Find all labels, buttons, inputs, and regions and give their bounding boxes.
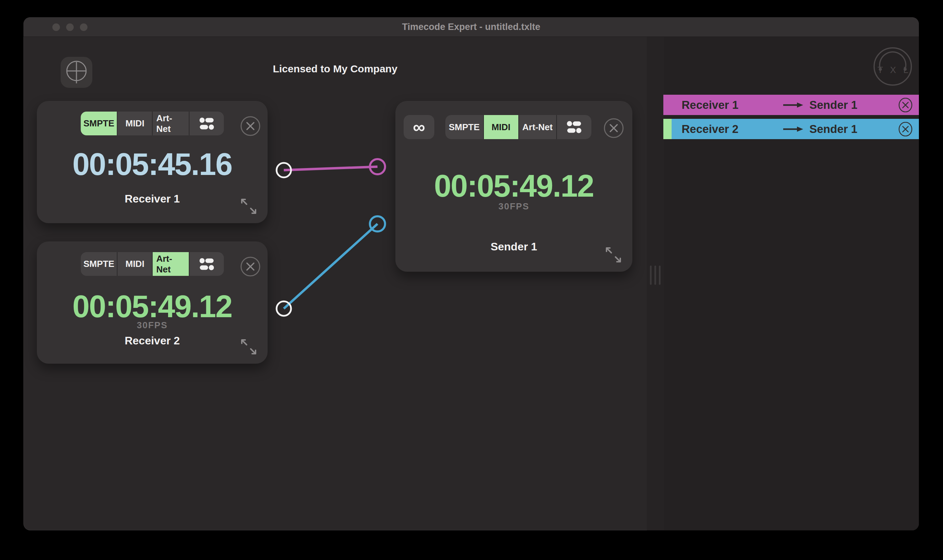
node-canvas[interactable]: Licensed to My Company SMPTE MIDI Art-Ne… — [23, 37, 647, 531]
settings-button[interactable] — [557, 115, 591, 139]
connection-from: Receiver 1 — [681, 98, 783, 112]
arrow-right-icon — [783, 126, 804, 132]
txl-logo: T X L — [873, 46, 913, 86]
sliders-icon — [199, 258, 214, 270]
remove-connection-button[interactable] — [898, 98, 913, 112]
license-text: Licensed to My Company — [23, 63, 647, 75]
arrow-right-icon — [783, 102, 804, 108]
close-icon — [898, 98, 913, 112]
tab-midi[interactable]: MIDI — [118, 252, 152, 276]
node-name: Receiver 1 — [37, 192, 268, 205]
resize-handle[interactable] — [239, 337, 258, 356]
settings-button[interactable] — [189, 112, 224, 135]
tab-artnet[interactable]: Art-Net — [153, 252, 189, 276]
timecode-display: 00:05:49.12 — [395, 171, 632, 202]
connection-line-receiver1-sender1 — [284, 167, 377, 170]
connection-to: Sender 1 — [809, 98, 857, 112]
timecode-display: 00:05:49.12 — [37, 291, 268, 322]
sidebar-drag-handle[interactable] — [650, 266, 661, 285]
titlebar[interactable]: Timecode Expert - untitled.txlte — [23, 17, 919, 37]
mode-tabs: SMPTE MIDI Art-Net — [81, 252, 224, 276]
txl-logo-icon: T X L — [873, 46, 913, 86]
receiver-1-card[interactable]: SMPTE MIDI Art-Net — [37, 101, 268, 223]
receiver-2-card[interactable]: SMPTE MIDI Art-Net — [37, 242, 268, 364]
connection-row-1: Receiver 1 Sender 1 — [663, 95, 919, 115]
main-content: Licensed to My Company SMPTE MIDI Art-Ne… — [23, 37, 919, 531]
sender-1-input-port-2[interactable] — [370, 216, 385, 231]
connection-to: Sender 1 — [809, 123, 857, 136]
tab-artnet[interactable]: Art-Net — [519, 115, 556, 139]
resize-handle[interactable] — [239, 197, 258, 215]
mode-tabs: SMPTE MIDI Art-Net — [81, 112, 224, 135]
svg-text:T X L: T X L — [878, 65, 911, 75]
remove-connection-button[interactable] — [898, 122, 913, 136]
tab-midi[interactable]: MIDI — [118, 112, 152, 135]
sidebar-divider — [647, 37, 664, 531]
connection-line-receiver2-sender1 — [284, 224, 377, 309]
tab-smpte[interactable]: SMPTE — [81, 112, 117, 135]
node-name: Sender 1 — [395, 240, 632, 253]
close-card-button[interactable] — [240, 257, 260, 277]
close-icon — [604, 118, 624, 138]
mode-tabs: SMPTE MIDI Art-Net — [445, 115, 591, 139]
tab-midi[interactable]: MIDI — [484, 115, 518, 139]
framerate-label: 30FPS — [395, 201, 632, 212]
sliders-icon — [199, 117, 214, 130]
tab-artnet[interactable]: Art-Net — [153, 112, 189, 135]
window-title: Timecode Expert - untitled.txlte — [23, 17, 919, 37]
tab-smpte[interactable]: SMPTE — [445, 115, 483, 139]
connection-from: Receiver 2 — [681, 123, 783, 136]
settings-button[interactable] — [189, 252, 224, 276]
resize-handle[interactable] — [604, 246, 623, 264]
connection-list: Receiver 1 Sender 1 Receiver 2 — [663, 95, 919, 139]
tab-smpte[interactable]: SMPTE — [81, 252, 117, 276]
close-card-button[interactable] — [240, 116, 260, 136]
framerate-label: 30FPS — [37, 320, 268, 331]
node-name: Receiver 2 — [37, 334, 268, 347]
resize-arrows-icon — [239, 197, 258, 215]
resize-arrows-icon — [604, 246, 623, 264]
receiver-1-output-port[interactable] — [277, 163, 291, 177]
connection-accent-strip — [663, 119, 672, 139]
connection-row-2: Receiver 2 Sender 1 — [663, 119, 919, 139]
sliders-icon — [567, 121, 581, 133]
close-icon — [240, 257, 260, 277]
close-card-button[interactable] — [604, 118, 624, 138]
timecode-display: 00:05:45.16 — [37, 149, 268, 180]
sender-1-card[interactable]: ∞ SMPTE MIDI Art-Net — [395, 101, 632, 272]
close-icon — [898, 122, 913, 136]
resize-arrows-icon — [239, 337, 258, 356]
app-window: Timecode Expert - untitled.txlte License… — [23, 17, 919, 531]
loop-button[interactable]: ∞ — [404, 115, 434, 139]
close-icon — [240, 116, 260, 136]
receiver-2-output-port[interactable] — [277, 302, 291, 316]
sender-1-input-port-1[interactable] — [370, 159, 385, 174]
